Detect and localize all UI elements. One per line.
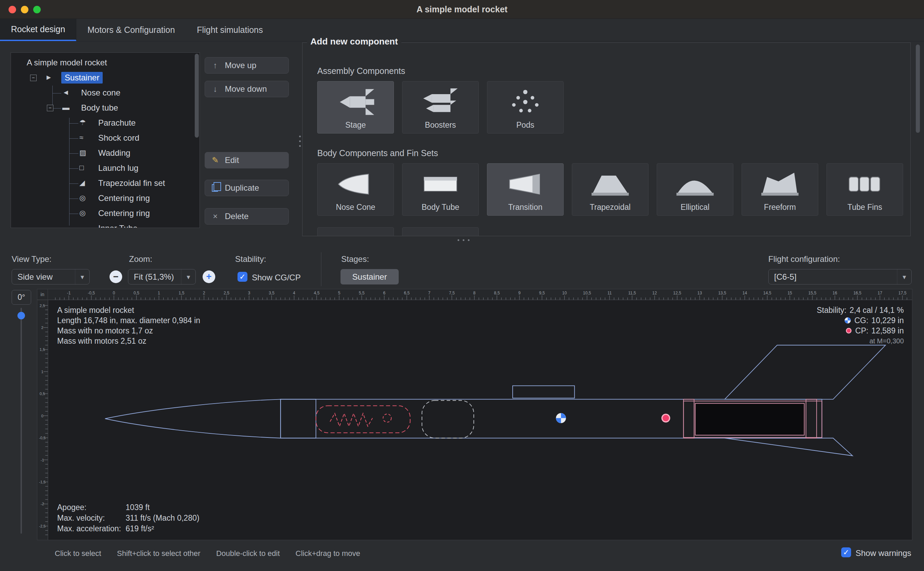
svg-text:13: 13: [698, 291, 702, 295]
rotation-angle-box[interactable]: 0°: [12, 290, 31, 305]
panel-scrollbar[interactable]: [916, 43, 920, 247]
chevron-down-icon: ▾: [897, 269, 911, 284]
component-button-trapezoidal[interactable]: Trapezoidal: [572, 163, 648, 216]
rocket-outline: [105, 345, 886, 456]
freeform-icon: [756, 168, 804, 201]
tree-item-centering-ring[interactable]: ◎Centering ring: [11, 191, 200, 206]
component-button-body-tube[interactable]: Body Tube: [402, 163, 479, 216]
show-cgcp-checkbox[interactable]: ✓: [237, 272, 248, 282]
svg-text:2: 2: [203, 291, 205, 295]
assembly-components-label: Assembly Components: [317, 66, 405, 76]
zoom-out-button[interactable]: −: [109, 270, 122, 283]
horizontal-splitter-handle[interactable]: [463, 239, 464, 241]
horizontal-splitter-handle[interactable]: [468, 239, 470, 241]
component-button-nose-cone[interactable]: Nose Cone: [317, 163, 394, 216]
tree-scrollbar-thumb[interactable]: [195, 54, 199, 137]
component-button-label: Nose Cone: [336, 203, 375, 212]
stages-label: Stages:: [341, 255, 369, 264]
tab-flight-simulations[interactable]: Flight simulations: [186, 19, 274, 41]
minimize-button[interactable]: [21, 6, 28, 13]
tree-item-trapezoidal-fin-set[interactable]: ◢Trapezoidal fin set: [11, 176, 200, 191]
tree-item-nose-cone[interactable]: ◄Nose cone: [11, 86, 200, 101]
motor-shape: [695, 403, 804, 435]
delete-button[interactable]: × Delete: [205, 208, 289, 225]
svg-text:5,5: 5,5: [359, 291, 365, 295]
tree-item-parachute[interactable]: ☂Parachute: [11, 116, 200, 131]
zoom-window-button[interactable]: [33, 6, 41, 13]
tree-item-inner-tube[interactable]: ▬Inner Tube: [11, 221, 200, 228]
stability-caption: Stability:: [817, 305, 847, 315]
show-warnings-checkbox[interactable]: ✓: [841, 547, 851, 557]
expand-collapse-handle[interactable]: −: [47, 105, 53, 111]
centering-ring-icon: ◎: [79, 209, 86, 217]
component-button-freeform[interactable]: Freeform: [742, 163, 818, 216]
view-type-label: View Type:: [12, 255, 52, 264]
move-up-button[interactable]: ↑ Move up: [205, 57, 289, 74]
svg-text:11,5: 11,5: [628, 291, 636, 295]
tree-item-centering-ring[interactable]: ◎Centering ring: [11, 206, 200, 221]
cp-symbol: [662, 414, 669, 422]
horizontal-splitter-handle[interactable]: [457, 239, 459, 241]
component-button-stage[interactable]: Stage: [317, 81, 394, 134]
stage-toggle-sustainer[interactable]: Sustainer: [340, 269, 399, 284]
tree-item-a-simple-model-rocket[interactable]: A simple model rocket: [11, 56, 200, 71]
svg-text:13,5: 13,5: [718, 291, 727, 295]
titlebar: A simple model rocket: [0, 0, 924, 19]
svg-text:9,5: 9,5: [539, 291, 545, 295]
component-button-elliptical[interactable]: Elliptical: [657, 163, 733, 216]
svg-text:-2: -2: [41, 502, 44, 506]
pods-icon: [501, 86, 549, 119]
fin-top-shape: [725, 345, 886, 399]
tree-item-wadding[interactable]: ▨Wadding: [11, 146, 200, 161]
partial-component-button[interactable]: [317, 227, 394, 236]
chevron-down-icon: ▾: [181, 269, 196, 284]
component-button-boosters[interactable]: Boosters: [402, 81, 479, 134]
mass-no-motors-text: Mass with no motors 1,7 oz: [57, 326, 200, 336]
rocket-canvas[interactable]: -1-0,500,511,522,533,544,555,566,577,588…: [37, 289, 912, 540]
zoom-dropdown[interactable]: Fit (51,3%) ▾: [128, 269, 196, 284]
component-button-tube-fins[interactable]: Tube Fins: [827, 163, 903, 216]
rotation-slider-track[interactable]: [20, 308, 22, 534]
duplicate-button[interactable]: Duplicate: [205, 180, 289, 196]
flight-stats-block: Apogee:1039 ft Max. velocity:311 ft/s (M…: [57, 502, 200, 534]
svg-text:11: 11: [607, 291, 612, 295]
window-controls: [9, 6, 41, 13]
svg-text:6: 6: [383, 291, 385, 295]
tree-item-launch-lug[interactable]: □Launch lug: [11, 161, 200, 176]
close-button[interactable]: [9, 6, 16, 13]
component-button-transition[interactable]: Transition: [487, 163, 564, 216]
vertical-splitter-handle[interactable]: [299, 145, 301, 147]
trapezoidal-icon: [586, 168, 634, 201]
svg-text:10,5: 10,5: [583, 291, 591, 295]
tab-motors-configuration[interactable]: Motors & Configuration: [76, 19, 186, 41]
statusbar: Click to select Shift+click to select ot…: [0, 542, 924, 571]
vertical-splitter-handle[interactable]: [299, 136, 301, 137]
flight-configuration-value: [C6-5]: [768, 272, 897, 282]
component-button-label: Body Tube: [422, 203, 459, 212]
tree-item-shock-cord[interactable]: ≈Shock cord: [11, 131, 200, 146]
expand-collapse-handle[interactable]: −: [30, 75, 37, 81]
nose-cone-icon: [332, 168, 379, 201]
tab-rocket-design[interactable]: Rocket design: [0, 19, 76, 41]
zoom-in-button[interactable]: +: [203, 270, 215, 283]
component-button-pods[interactable]: Pods: [487, 81, 564, 134]
svg-text:2: 2: [42, 326, 43, 330]
tree-scrollbar[interactable]: [195, 54, 199, 227]
tree-item-sustainer[interactable]: −►Sustainer: [11, 71, 200, 86]
rocket-info-block: A simple model rocket Length 16,748 in, …: [57, 305, 200, 346]
panel-scrollbar-thumb[interactable]: [916, 45, 920, 133]
shock-cord-icon: ≈: [79, 134, 83, 142]
svg-text:7: 7: [428, 291, 431, 295]
vertical-splitter-handle[interactable]: [299, 140, 301, 142]
move-down-button[interactable]: ↓ Move down: [205, 81, 289, 97]
tree-item-label: Parachute: [98, 118, 136, 128]
flight-configuration-label: Flight configuration:: [768, 255, 840, 264]
rotation-slider-thumb[interactable]: [17, 312, 25, 319]
partial-component-button[interactable]: [402, 227, 479, 236]
flight-configuration-dropdown[interactable]: [C6-5] ▾: [768, 269, 912, 284]
inner-tube-icon: ▬: [79, 224, 86, 228]
edit-button[interactable]: ✎ Edit: [205, 152, 289, 168]
component-button-label: Stage: [345, 120, 366, 130]
tree-item-body-tube[interactable]: −▬Body tube: [11, 101, 200, 116]
view-type-dropdown[interactable]: Side view ▾: [12, 269, 90, 284]
